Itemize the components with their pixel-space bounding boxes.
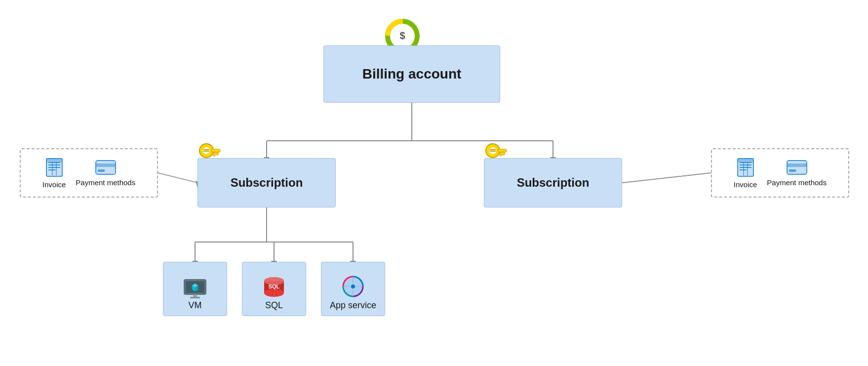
subscription-left-label: Subscription — [231, 176, 303, 190]
billing-account-label: Billing account — [362, 66, 462, 82]
invoice-left-item: Invoice — [42, 158, 66, 189]
sql-label: SQL — [265, 300, 283, 311]
svg-line-18 — [622, 173, 711, 183]
svg-rect-63 — [98, 169, 105, 172]
payment-right-item: Payment methods — [767, 160, 827, 187]
svg-rect-27 — [213, 152, 215, 156]
svg-rect-73 — [787, 163, 807, 167]
svg-rect-34 — [500, 152, 502, 156]
left-side-box: Invoice Payment methods — [20, 148, 158, 198]
svg-rect-32 — [498, 149, 507, 152]
svg-rect-58 — [46, 159, 62, 163]
appservice-node: App service — [321, 262, 385, 316]
invoice-right-item: Invoice — [734, 158, 757, 189]
subscription-right-label: Subscription — [517, 176, 590, 190]
subscription-left-node: Subscription — [197, 158, 336, 207]
vm-node: VM — [163, 262, 227, 316]
svg-rect-61 — [96, 161, 116, 174]
svg-rect-26 — [216, 152, 218, 155]
svg-line-16 — [622, 173, 711, 183]
payment-left-label: Payment methods — [76, 178, 135, 187]
svg-text:SQL: SQL — [269, 284, 280, 289]
svg-rect-72 — [787, 161, 807, 174]
svg-rect-74 — [789, 169, 796, 172]
svg-rect-69 — [738, 159, 753, 163]
svg-point-52 — [351, 285, 355, 288]
payment-left-item: Payment methods — [76, 160, 135, 187]
vm-label: VM — [189, 300, 202, 311]
invoice-left-label: Invoice — [42, 180, 66, 189]
svg-rect-42 — [193, 294, 197, 297]
svg-text:$: $ — [399, 30, 405, 41]
svg-line-14 — [158, 173, 197, 183]
sql-node: SQL SQL — [242, 262, 306, 316]
diagram-container: $ Billing account — [0, 0, 868, 366]
svg-point-46 — [264, 289, 284, 297]
svg-rect-43 — [190, 297, 200, 298]
right-side-box: Invoice Payment methods — [711, 148, 849, 198]
subscription-right-node: Subscription — [484, 158, 622, 207]
svg-rect-25 — [211, 149, 220, 152]
invoice-right-label: Invoice — [734, 180, 757, 189]
billing-account-node: Billing account — [323, 45, 500, 103]
appservice-label: App service — [330, 300, 376, 311]
payment-right-label: Payment methods — [767, 178, 827, 187]
svg-rect-62 — [96, 163, 116, 167]
svg-rect-33 — [503, 152, 505, 155]
